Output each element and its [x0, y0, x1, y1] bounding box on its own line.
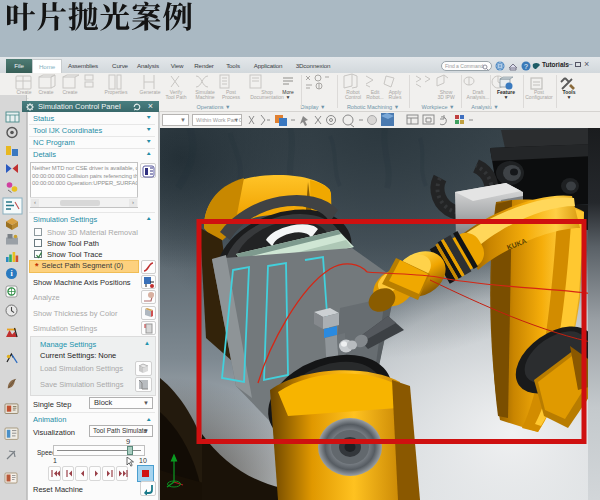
svg-text:?: ?: [524, 63, 528, 70]
